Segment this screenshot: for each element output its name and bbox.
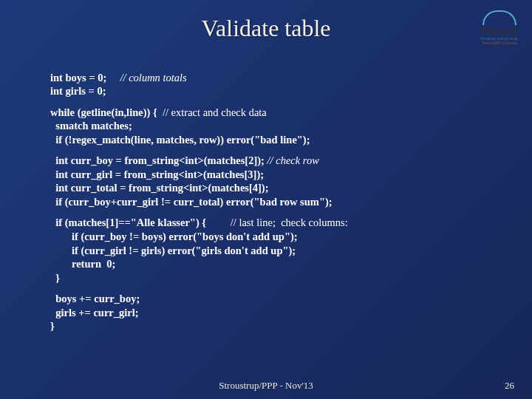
code-line: } [50,272,60,284]
code-line: } [50,320,55,332]
code-line: if (matches[1]=="Alle klasser") { [50,216,231,228]
code-line: if (curr_boy != boys) error("boys don't … [50,231,298,242]
logo-name: Parasol [480,26,519,36]
code-line: int curr_boy = from_string<int>(matches[… [50,154,267,166]
code-comment: // extract and check data [163,106,267,118]
code-line: int boys = 0; [50,72,106,83]
code-line: while (getline(in,line)) { [50,106,163,118]
code-para-4: if (matches[1]=="Alle klasser") { // las… [50,216,532,284]
code-comment: // last line; check columns: [231,216,348,228]
slide-title: Validate table [0,15,532,42]
code-line: if (!regex_match(line, matches, row)) er… [50,134,310,146]
code-line: int girls = 0; [50,85,106,97]
code-line: smatch matches; [50,120,132,132]
code-para-5: boys += curr_boy; girls += curr_girl; } [50,292,532,333]
code-line: if (curr_girl != girls) error("girls don… [50,245,296,256]
code-para-2: while (getline(in,line)) { // extract an… [50,106,532,147]
code-line: return 0; [50,258,115,270]
code-line: boys += curr_boy; [50,293,140,304]
code-line: int curr_total = from_string<int>(matche… [50,182,269,194]
parasol-logo: Parasol Smarter computing. Texas A&M Uni… [480,10,519,45]
logo-sub: Texas A&M University [480,41,519,45]
footer-text: Stroustrup/PPP - Nov'13 [0,380,532,392]
code-line: if (curr_boy+curr_girl != curr_total) er… [50,196,332,208]
code-block: int boys = 0; // column totals int girls… [0,57,532,333]
code-line: girls += curr_girl; [50,307,139,318]
code-comment: // check row [267,154,319,166]
slide: Parasol Smarter computing. Texas A&M Uni… [0,0,532,399]
page-number: 26 [505,380,514,392]
logo-arc-icon [482,10,516,25]
code-para-1: int boys = 0; // column totals int girls… [50,71,532,98]
code-para-3: int curr_boy = from_string<int>(matches[… [50,154,532,208]
code-comment: // column totals [106,72,186,83]
code-line: int curr_girl = from_string<int>(matches… [50,168,264,180]
